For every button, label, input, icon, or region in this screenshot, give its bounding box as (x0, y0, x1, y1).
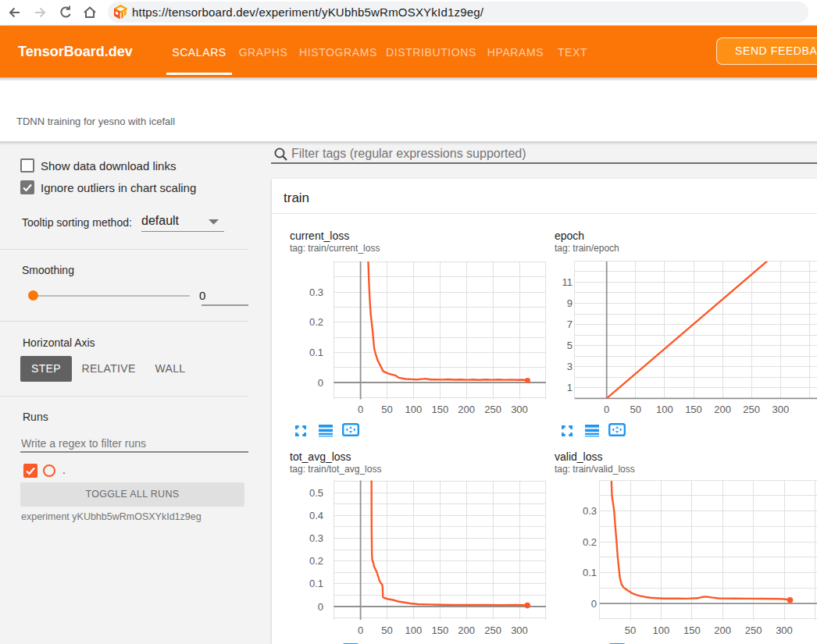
svg-text:0: 0 (318, 377, 323, 389)
svg-text:250: 250 (745, 624, 762, 636)
svg-text:7: 7 (567, 318, 573, 330)
svg-text:200: 200 (714, 624, 731, 636)
svg-text:100: 100 (656, 404, 673, 415)
svg-text:0.5: 0.5 (309, 487, 323, 499)
svg-text:0: 0 (318, 601, 323, 613)
svg-text:300: 300 (511, 624, 528, 636)
svg-text:200: 200 (714, 404, 731, 415)
svg-text:250: 250 (484, 624, 501, 636)
svg-text:0.2: 0.2 (309, 316, 323, 328)
svg-text:0.1: 0.1 (309, 578, 323, 589)
svg-text:100: 100 (405, 624, 423, 636)
svg-text:5: 5 (567, 340, 573, 351)
svg-text:300: 300 (772, 404, 789, 415)
svg-text:300: 300 (776, 624, 793, 636)
svg-text:0.1: 0.1 (583, 567, 597, 578)
svg-text:250: 250 (484, 404, 501, 415)
svg-text:0.3: 0.3 (583, 505, 597, 517)
svg-text:100: 100 (653, 624, 670, 636)
svg-text:9: 9 (567, 297, 573, 309)
svg-text:150: 150 (431, 404, 448, 415)
svg-text:0.3: 0.3 (309, 532, 323, 544)
svg-text:0: 0 (358, 404, 363, 415)
svg-text:0.1: 0.1 (309, 347, 323, 358)
svg-text:11: 11 (562, 276, 573, 288)
svg-text:150: 150 (431, 624, 448, 636)
svg-text:0.4: 0.4 (309, 510, 323, 521)
svg-text:50: 50 (625, 624, 636, 636)
svg-text:50: 50 (381, 624, 392, 636)
svg-text:300: 300 (511, 404, 528, 415)
svg-text:50: 50 (630, 404, 641, 415)
svg-text:0.2: 0.2 (583, 536, 597, 548)
svg-text:200: 200 (458, 624, 475, 636)
svg-text:150: 150 (685, 404, 702, 415)
svg-text:0: 0 (604, 404, 609, 415)
svg-text:1: 1 (567, 382, 573, 393)
svg-text:0: 0 (358, 624, 363, 636)
svg-text:0.3: 0.3 (309, 286, 323, 298)
svg-text:250: 250 (743, 404, 760, 415)
svg-text:3: 3 (567, 361, 573, 372)
svg-text:150: 150 (683, 624, 701, 636)
svg-text:50: 50 (381, 404, 392, 415)
svg-text:100: 100 (405, 404, 423, 415)
svg-text:0.2: 0.2 (309, 555, 323, 567)
svg-text:200: 200 (458, 404, 475, 415)
svg-text:0: 0 (591, 598, 597, 610)
